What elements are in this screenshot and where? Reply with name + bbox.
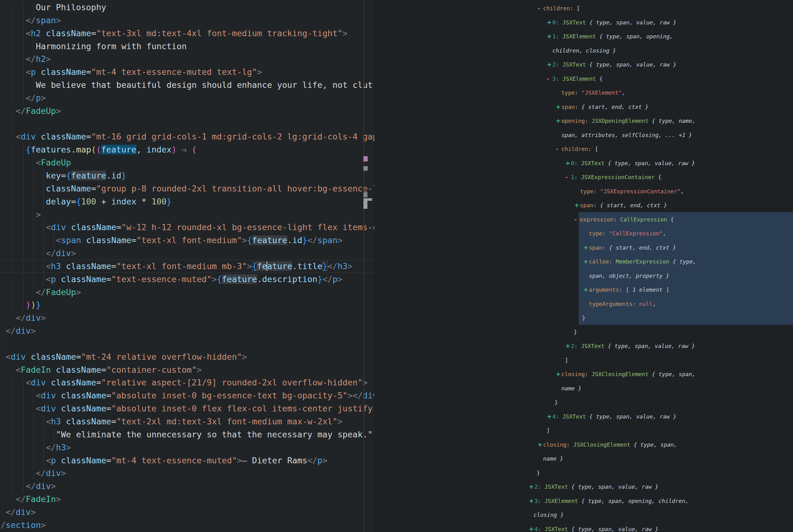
- code-line[interactable]: </span>: [0, 14, 374, 27]
- ast-row[interactable]: +0: JSXText { type, span, value, raw }: [378, 156, 793, 170]
- ast-row[interactable]: -expression: CallExpression {: [378, 212, 793, 227]
- code-line[interactable]: Our Philosophy: [0, 1, 374, 14]
- ast-row[interactable]: -3: JSXElement {: [378, 72, 793, 86]
- ast-row[interactable]: -children: [: [378, 142, 793, 156]
- code-line[interactable]: {features.map((feature, index) ⇒ (: [0, 143, 374, 156]
- ast-row[interactable]: +3: JSXElement { type, span, opening, ch…: [378, 494, 793, 508]
- code-line[interactable]: <FadeIn className="container-custom">: [0, 363, 374, 376]
- code-line[interactable]: </div>: [0, 247, 374, 260]
- ast-row[interactable]: +2: JSXText { type, span, value, raw }: [378, 58, 793, 72]
- expand-toggle-icon[interactable]: +: [538, 438, 542, 452]
- code-line[interactable]: <h3 className="text-2xl md:text-3xl font…: [0, 415, 374, 428]
- ast-row[interactable]: type: "JSXElement",: [378, 86, 793, 100]
- expand-toggle-icon[interactable]: +: [565, 156, 570, 170]
- ast-row[interactable]: }: [378, 311, 793, 325]
- expand-toggle-icon[interactable]: +: [583, 254, 588, 269]
- ast-row[interactable]: -1: JSXExpressionContainer {: [378, 170, 793, 184]
- ast-row[interactable]: name }: [378, 452, 793, 466]
- code-line[interactable]: </h2>: [0, 53, 374, 65]
- code-editor-pane[interactable]: Our Philosophy</span><h2 className="text…: [0, 0, 374, 532]
- ast-row[interactable]: +arguments: [ 1 element ]: [378, 283, 793, 297]
- code-line[interactable]: className="group p-8 rounded-2xl transit…: [0, 182, 374, 195]
- code-line[interactable]: </div>: [0, 506, 374, 519]
- code-line[interactable]: >: [0, 208, 374, 221]
- ast-tree-panel[interactable]: -children: [+0: JSXText { type, span, va…: [378, 0, 793, 532]
- expand-toggle-icon[interactable]: +: [529, 522, 534, 532]
- ast-row[interactable]: +callee: MemberExpression { type,: [378, 254, 793, 269]
- expand-toggle-icon[interactable]: +: [547, 16, 552, 30]
- code-line[interactable]: </FadeUp>: [0, 104, 374, 117]
- ast-row[interactable]: ]: [378, 423, 793, 438]
- code-line[interactable]: Harmonizing form with function: [0, 40, 374, 53]
- collapse-toggle-icon[interactable]: -: [538, 1, 540, 16]
- ast-row[interactable]: type: "CallExpression",: [378, 226, 793, 241]
- expand-toggle-icon[interactable]: +: [574, 198, 579, 212]
- code-line[interactable]: </div>: [0, 311, 374, 324]
- code-line[interactable]: </div>: [0, 467, 374, 480]
- code-line[interactable]: </p>: [0, 92, 374, 104]
- ast-row[interactable]: }: [378, 466, 793, 480]
- ast-row[interactable]: +opening: JSXOpeningElement { type, name…: [378, 114, 793, 128]
- ast-row[interactable]: type: "JSXExpressionContainer",: [378, 184, 793, 198]
- code-line[interactable]: "We eliminate the unnecessary so that th…: [0, 428, 374, 441]
- code-line[interactable]: [0, 338, 374, 350]
- ast-row[interactable]: +0: JSXText { type, span, value, raw }: [378, 16, 793, 30]
- ast-row[interactable]: ]: [378, 353, 793, 367]
- ast-row[interactable]: }: [378, 325, 793, 339]
- ast-row[interactable]: +span: { start, end, ctxt }: [378, 241, 793, 255]
- ast-row[interactable]: +closing: JSXClosingElement { type, span…: [378, 438, 793, 452]
- code-line[interactable]: <h2 className="text-3xl md:text-4xl font…: [0, 27, 374, 40]
- code-line[interactable]: </div>: [0, 480, 374, 493]
- collapse-toggle-icon[interactable]: -: [556, 142, 558, 156]
- ast-row[interactable]: +closing: JSXClosingElement { type, span…: [378, 367, 793, 381]
- code-line[interactable]: <p className="mt-4 text-essence-muted te…: [0, 65, 374, 79]
- ast-row[interactable]: span, object, property }: [378, 269, 793, 283]
- code-line[interactable]: <span className="text-xl font-medium">{f…: [0, 234, 374, 247]
- ast-row[interactable]: +4: JSXText { type, span, value, raw }: [378, 410, 793, 424]
- ast-row[interactable]: +span: { start, end, ctxt }: [378, 100, 793, 114]
- ast-row[interactable]: +2: JSXText { type, span, value, raw }: [378, 480, 793, 494]
- code-line[interactable]: <div className="mt-24 relative overflow-…: [0, 350, 374, 363]
- expand-toggle-icon[interactable]: +: [529, 494, 534, 508]
- code-line[interactable]: key={feature.id}: [0, 169, 374, 182]
- code-line[interactable]: </FadeIn>: [0, 493, 374, 506]
- expand-toggle-icon[interactable]: +: [529, 480, 534, 494]
- code-line[interactable]: </h3>: [0, 441, 374, 454]
- expand-toggle-icon[interactable]: +: [583, 283, 588, 297]
- code-line[interactable]: <div className="w-12 h-12 rounded-xl bg-…: [0, 221, 374, 234]
- code-line[interactable]: We believe that beautiful design should …: [0, 79, 374, 92]
- expand-toggle-icon[interactable]: +: [556, 367, 561, 381]
- code-line[interactable]: ))}: [0, 299, 374, 311]
- ast-row[interactable]: typeArguments: null,: [378, 297, 793, 311]
- ast-row[interactable]: -children: [: [378, 1, 793, 16]
- code-line[interactable]: /section>: [0, 519, 374, 532]
- code-line[interactable]: <p className="text-essence-muted">{featu…: [0, 273, 374, 286]
- code-line[interactable]: <p className="mt-4 text-essence-muted">—…: [0, 454, 374, 467]
- expand-toggle-icon[interactable]: +: [547, 30, 552, 44]
- expand-toggle-icon[interactable]: +: [583, 241, 588, 255]
- ast-row[interactable]: +span: { start, end, ctxt }: [378, 198, 793, 212]
- ast-row[interactable]: +1: JSXElement { type, span, opening,: [378, 30, 793, 44]
- code-line[interactable]: <FadeUp: [0, 156, 374, 169]
- ast-row[interactable]: +4: JSXText { type, span, value, raw }: [378, 522, 793, 532]
- expand-toggle-icon[interactable]: +: [547, 58, 552, 72]
- ast-row[interactable]: }: [378, 395, 793, 410]
- expand-toggle-icon[interactable]: +: [556, 100, 561, 114]
- ast-row[interactable]: span, attributes, selfClosing, ... +1 }: [378, 128, 793, 142]
- code-line[interactable]: <h3 className="text-xl font-medium mb-3"…: [0, 260, 374, 273]
- ast-row[interactable]: name }: [378, 381, 793, 396]
- code-line[interactable]: </FadeUp>: [0, 286, 374, 299]
- code-line[interactable]: <div className="relative aspect-[21/9] r…: [0, 376, 374, 389]
- code-line[interactable]: <div className="mt-16 grid grid-cols-1 m…: [0, 130, 374, 143]
- ast-row[interactable]: children, closing }: [378, 44, 793, 58]
- code-line[interactable]: </div>: [0, 324, 374, 338]
- expand-toggle-icon[interactable]: +: [547, 410, 552, 424]
- code-line[interactable]: <div className="absolute inset-0 bg-esse…: [0, 389, 374, 402]
- collapse-toggle-icon[interactable]: -: [547, 72, 549, 86]
- expand-toggle-icon[interactable]: +: [556, 114, 561, 128]
- ast-row[interactable]: +2: JSXText { type, span, value, raw }: [378, 339, 793, 353]
- code-line[interactable]: [0, 117, 374, 131]
- code-line[interactable]: <div className="absolute inset-0 flex fl…: [0, 402, 374, 415]
- collapse-toggle-icon[interactable]: -: [574, 212, 577, 227]
- code-line[interactable]: delay={100 + index * 100}: [0, 195, 374, 208]
